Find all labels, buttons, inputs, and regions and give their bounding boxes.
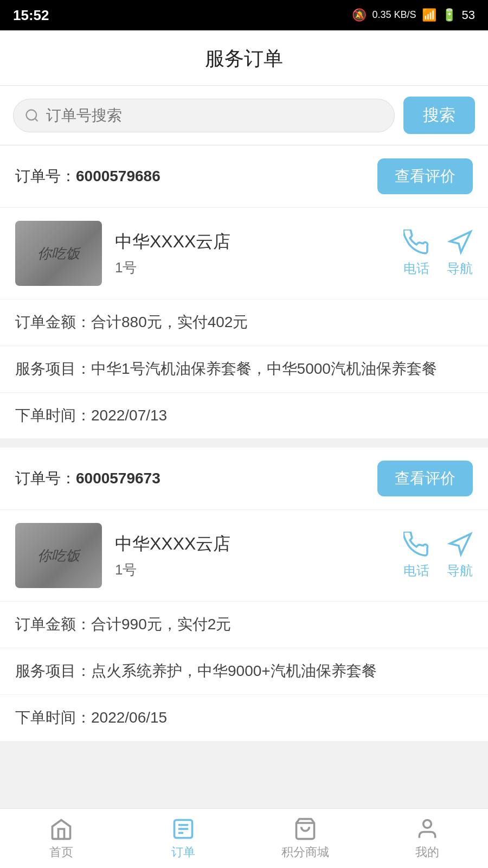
nav-item-shop[interactable]: 积分商城 — [244, 809, 366, 868]
order-time: 下单时间：2022/07/13 — [0, 393, 488, 439]
wifi-icon: 📶 — [422, 8, 436, 22]
shop-num: 1号 — [115, 258, 390, 277]
battery-level: 53 — [462, 8, 475, 22]
nav-item-order[interactable]: 订单 — [122, 809, 244, 868]
order-service: 服务项目：中华1号汽机油保养套餐，中华5000汽机油保养套餐 — [0, 346, 488, 393]
nav-item-home[interactable]: 首页 — [0, 809, 122, 868]
phone-icon — [403, 532, 429, 558]
shop-info: 中华XXXX云店 1号 — [115, 532, 390, 579]
phone-button[interactable]: 电话 — [403, 229, 429, 277]
order-header: 订单号：6000579686 查看评价 — [0, 145, 488, 208]
shop-row: 你吃饭 中华XXXX云店 1号 电话 导航 — [0, 510, 488, 602]
search-icon — [24, 108, 40, 123]
shop-row: 你吃饭 中华XXXX云店 1号 电话 导航 — [0, 208, 488, 299]
order-service: 服务项目：点火系统养护，中华9000+汽机油保养套餐 — [0, 648, 488, 695]
shop-info: 中华XXXX云店 1号 — [115, 230, 390, 277]
navigate-label: 导航 — [447, 562, 473, 579]
phone-button[interactable]: 电话 — [403, 532, 429, 579]
order-id-prefix: 订单号： — [15, 470, 76, 487]
status-right: 🔕 0.35 KB/S 📶 🔋 53 — [352, 8, 475, 22]
page-title: 服务订单 — [205, 47, 283, 69]
svg-marker-2 — [450, 232, 471, 252]
svg-point-9 — [423, 820, 431, 828]
review-button[interactable]: 查看评价 — [377, 158, 473, 194]
shop-name: 中华XXXX云店 — [115, 230, 390, 254]
navigate-icon — [447, 229, 473, 256]
shop-img-text: 你吃饭 — [37, 244, 80, 263]
shop-icon — [293, 817, 317, 841]
order-id-value: 6000579686 — [76, 168, 160, 184]
nav-label-profile: 我的 — [415, 844, 439, 860]
signal-speed: 0.35 KB/S — [372, 9, 416, 21]
mute-icon: 🔕 — [352, 8, 367, 22]
navigate-button[interactable]: 导航 — [447, 532, 473, 579]
bottom-nav: 首页 订单 积分商城 我的 — [0, 808, 488, 868]
shop-img-text: 你吃饭 — [37, 546, 80, 565]
navigate-label: 导航 — [447, 260, 473, 277]
order-amount: 订单金额：合计990元，实付2元 — [0, 602, 488, 648]
nav-label-order: 订单 — [171, 844, 195, 860]
shop-actions: 电话 导航 — [403, 532, 473, 579]
order-card: 订单号：6000579686 查看评价 你吃饭 中华XXXX云店 1号 电话 — [0, 145, 488, 439]
status-bar: 15:52 🔕 0.35 KB/S 📶 🔋 53 — [0, 0, 488, 30]
order-icon — [171, 817, 195, 841]
phone-label: 电话 — [403, 260, 429, 277]
phone-icon — [403, 229, 429, 256]
order-id-value: 6000579673 — [76, 470, 160, 487]
shop-actions: 电话 导航 — [403, 229, 473, 277]
search-button[interactable]: 搜索 — [403, 97, 475, 134]
nav-label-home: 首页 — [49, 844, 73, 860]
order-time: 下单时间：2022/06/15 — [0, 695, 488, 742]
navigate-button[interactable]: 导航 — [447, 229, 473, 277]
order-amount: 订单金额：合计880元，实付402元 — [0, 299, 488, 346]
order-id-label: 订单号：6000579686 — [15, 166, 160, 187]
order-header: 订单号：6000579673 查看评价 — [0, 448, 488, 510]
shop-image: 你吃饭 — [15, 221, 102, 286]
shop-name: 中华XXXX云店 — [115, 532, 390, 556]
svg-marker-3 — [450, 534, 471, 554]
review-button[interactable]: 查看评价 — [377, 461, 473, 496]
home-icon — [49, 817, 73, 841]
svg-line-1 — [35, 118, 37, 121]
page-header: 服务订单 — [0, 30, 488, 86]
search-bar: 搜索 — [0, 86, 488, 145]
svg-point-0 — [27, 110, 37, 120]
battery-icon: 🔋 — [442, 8, 457, 22]
nav-item-profile[interactable]: 我的 — [366, 809, 488, 868]
phone-label: 电话 — [403, 562, 429, 579]
navigate-icon — [447, 532, 473, 558]
shop-image: 你吃饭 — [15, 523, 102, 588]
order-list: 订单号：6000579686 查看评价 你吃饭 中华XXXX云店 1号 电话 — [0, 145, 488, 815]
shop-num: 1号 — [115, 560, 390, 579]
order-id-label: 订单号：6000579673 — [15, 468, 160, 489]
order-id-prefix: 订单号： — [15, 168, 76, 184]
nav-label-shop: 积分商城 — [281, 844, 329, 860]
search-input-wrap — [13, 99, 395, 132]
search-input[interactable] — [46, 107, 383, 124]
order-card: 订单号：6000579673 查看评价 你吃饭 中华XXXX云店 1号 电话 — [0, 448, 488, 741]
status-time: 15:52 — [13, 7, 49, 24]
profile-icon — [415, 817, 439, 841]
